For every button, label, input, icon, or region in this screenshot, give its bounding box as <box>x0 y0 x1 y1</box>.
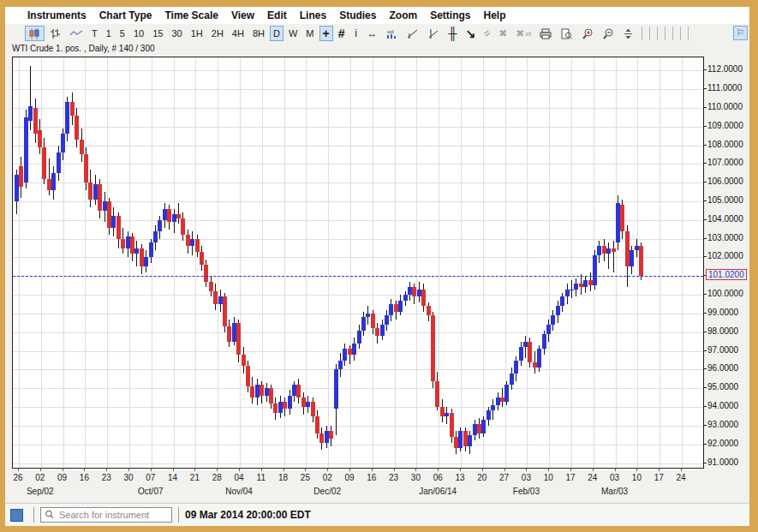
price-axis-tick <box>703 387 707 388</box>
delete-drawing-button[interactable]: ✖ <box>495 26 510 41</box>
window-frame: InstrumentsChart TypeTime ScaleViewEditL… <box>0 0 758 532</box>
fit-vertical-icon <box>623 28 634 39</box>
timeframe-1h-button[interactable]: 1H <box>188 26 206 41</box>
menu-item-view[interactable]: View <box>231 9 254 21</box>
month-axis-label: Mar/03 <box>601 487 628 496</box>
timeframe-1min-button[interactable]: 1 <box>103 26 115 41</box>
instrument-link-icon[interactable] <box>10 509 23 522</box>
candle <box>319 433 324 443</box>
date-axis-tick <box>217 469 218 471</box>
timeframe-15min-button[interactable]: 15 <box>149 26 166 41</box>
gridline-h <box>13 127 703 128</box>
volume-button[interactable]: vol <box>382 26 402 41</box>
candle <box>288 396 292 409</box>
expand-horizontal-button[interactable]: ↔ <box>363 26 380 41</box>
candle <box>181 218 185 236</box>
menu-item-zoom[interactable]: Zoom <box>389 9 417 21</box>
timeframe-weekly-button[interactable]: W <box>285 26 301 41</box>
gridline-h <box>13 295 703 296</box>
timeframe-4h-button[interactable]: 4H <box>229 26 248 41</box>
delete-drawing-icon: ✖ <box>498 28 507 39</box>
gridline-v <box>350 57 351 468</box>
price-axis-label: 100.0000 <box>707 289 743 298</box>
delete-all-drawings-button[interactable]: ✖all <box>512 26 534 41</box>
pin-window-button[interactable]: ⚐ <box>733 26 748 40</box>
line-chart-icon <box>69 29 83 38</box>
price-axis-label: 102.0000 <box>707 251 743 260</box>
candle <box>153 231 158 242</box>
timeframe-tick-button[interactable]: T <box>88 26 101 41</box>
arrow-tool-button[interactable]: ↘ <box>462 26 479 41</box>
info-button[interactable]: i <box>349 26 361 41</box>
price-axis-tick <box>703 107 707 108</box>
print-preview-button[interactable] <box>557 26 576 41</box>
candle <box>435 381 439 408</box>
menu-item-lines[interactable]: Lines <box>300 9 326 21</box>
candle <box>242 355 246 366</box>
print-button[interactable] <box>536 26 555 41</box>
gridline-h <box>13 314 703 314</box>
ohlc-bars-chart-button[interactable] <box>46 26 64 41</box>
instrument-search-box[interactable] <box>40 507 172 523</box>
date-axis-label: 26 <box>13 473 22 482</box>
menu-item-instruments[interactable]: Instruments <box>27 9 87 21</box>
gridline-v <box>195 57 196 468</box>
search-input[interactable] <box>57 509 162 521</box>
timeframe-8h-button[interactable]: 8H <box>249 26 268 41</box>
timeframe-monthly-button[interactable]: M <box>302 26 317 41</box>
timeframe-30min-button[interactable]: 30 <box>168 26 185 41</box>
menu-item-edit[interactable]: Edit <box>267 9 287 21</box>
price-axis-label: 103.0000 <box>707 233 743 242</box>
crosshair-button[interactable]: + <box>319 26 333 41</box>
parallel-lines-tool-button[interactable]: = <box>480 26 493 41</box>
candle <box>421 290 426 307</box>
vertical-trend-line-tool-button[interactable] <box>424 26 443 41</box>
candle <box>223 296 227 326</box>
menu-item-chart-type[interactable]: Chart Type <box>99 9 152 21</box>
candle <box>593 255 597 285</box>
line-chart-button[interactable] <box>66 26 87 41</box>
menu-item-help[interactable]: Help <box>483 9 505 21</box>
chart-title-text: WTI Crude 1. pos. , Daily, # 140 / 300 <box>12 44 155 53</box>
channel-tool-button[interactable]: ╫ <box>445 26 460 41</box>
candle <box>551 315 555 325</box>
status-bar-divider <box>33 507 34 523</box>
menu-item-settings[interactable]: Settings <box>430 9 470 21</box>
timeframe-10min-button[interactable]: 10 <box>130 26 147 41</box>
timeframe-2h-button[interactable]: 2H <box>208 26 227 41</box>
fit-vertical-button[interactable] <box>619 26 637 41</box>
gridline-v <box>461 57 462 468</box>
trend-line-tool-button[interactable] <box>403 26 422 41</box>
candle <box>389 304 393 315</box>
price-axis-tick <box>703 313 707 314</box>
date-axis-tick <box>593 469 594 471</box>
candle <box>200 252 204 265</box>
candle <box>334 369 338 409</box>
chart-area[interactable]: 91.000092.000093.000094.000095.000096.00… <box>5 54 749 503</box>
grid-toggle-button[interactable]: # <box>335 26 349 41</box>
price-axis-tick <box>703 368 707 369</box>
timeframe-daily-button[interactable]: D <box>270 26 284 41</box>
zoom-out-button[interactable] <box>599 26 618 41</box>
candle <box>537 349 541 368</box>
candle-wick <box>608 242 609 269</box>
candle-wick <box>178 203 179 224</box>
gridline-h <box>13 388 703 389</box>
candle <box>639 246 643 275</box>
plot-area[interactable] <box>12 57 704 469</box>
gridline-v <box>63 57 64 468</box>
gridline-h <box>13 89 703 90</box>
candlestick-chart-button[interactable] <box>25 26 45 41</box>
gridline-h <box>13 70 703 71</box>
date-axis-label: 03 <box>522 473 531 482</box>
date-axis-label: 18 <box>278 473 288 482</box>
date-axis-label: 27 <box>499 473 509 482</box>
toolbar-separator <box>680 27 681 40</box>
zoom-in-button[interactable] <box>578 26 597 41</box>
menu-item-time-scale[interactable]: Time Scale <box>164 9 218 21</box>
gridline-h <box>13 201 703 202</box>
timeframe-5min-button[interactable]: 5 <box>116 26 128 41</box>
toolbar-separator <box>665 27 665 40</box>
price-axis-label: 109.0000 <box>707 121 743 130</box>
menu-item-studies[interactable]: Studies <box>339 9 376 21</box>
